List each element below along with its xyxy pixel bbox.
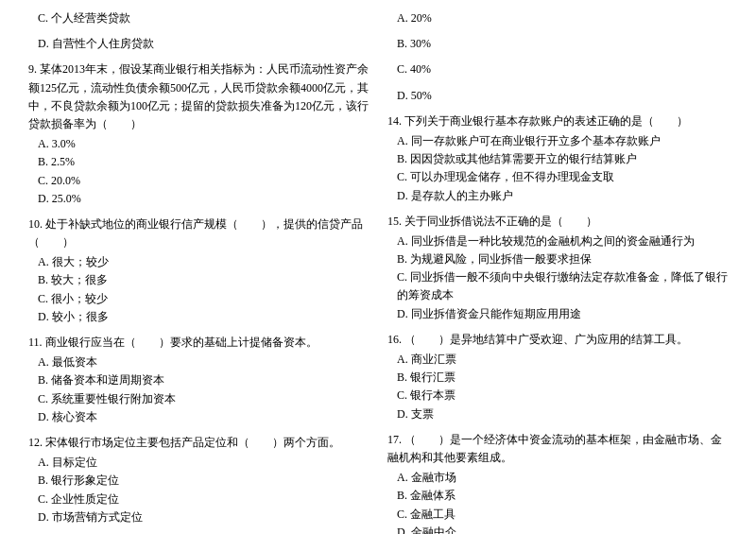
question-12-text: 12. 宋体银行市场定位主要包括产品定位和（ ）两个方面。 — [28, 434, 369, 452]
question-15-body: 关于同业拆借说法不正确的是（ ） — [404, 215, 597, 228]
q15-opt-b: B. 为规避风险，同业拆借一般要求担保 — [387, 250, 728, 268]
option-text: C. 40% — [387, 60, 728, 78]
q9-opt-a: A. 3.0% — [28, 135, 369, 153]
question-9-text: 9. 某体2013年末，假设某商业银行相关指标为：人民币流动性资产余额125亿元… — [28, 60, 369, 133]
prev-option-c: C. 个人经营类贷款 — [28, 9, 369, 27]
q12-opt-b: B. 银行形象定位 — [28, 472, 369, 490]
page-content: C. 个人经营类贷款 D. 自营性个人住房贷款 9. 某体2013年末，假设某商… — [28, 9, 728, 534]
question-17: 17. （ ）是一个经济体中资金流动的基本框架，由金融市场、金融机构和其他要素组… — [387, 431, 728, 534]
question-11-number: 11. — [28, 336, 43, 349]
q12-opt-a: A. 目标定位 — [28, 454, 369, 472]
option-text: B. 30% — [387, 35, 728, 53]
question-15-text: 15. 关于同业拆借说法不正确的是（ ） — [387, 213, 728, 231]
prev-option-d: D. 自营性个人住房贷款 — [28, 35, 369, 53]
q14-opt-a: A. 同一存款账户可在商业银行开立多个基本存款账户 — [387, 132, 728, 150]
q12-opt-c: C. 企业性质定位 — [28, 491, 369, 508]
q12-opt-d: D. 市场营销方式定位 — [28, 508, 369, 526]
question-12: 12. 宋体银行市场定位主要包括产品定位和（ ）两个方面。 A. 目标定位 B.… — [28, 434, 369, 526]
q14-opt-c: C. 可以办理现金储存，但不得办理现金支取 — [387, 168, 728, 186]
q11-opt-b: B. 储备资本和逆周期资本 — [28, 371, 369, 389]
question-9: 9. 某体2013年末，假设某商业银行相关指标为：人民币流动性资产余额125亿元… — [28, 60, 369, 208]
question-14-number: 14. — [387, 114, 402, 128]
q9-opt-c: C. 20.0% — [28, 172, 369, 190]
q11-opt-d: D. 核心资本 — [28, 408, 369, 426]
question-16-text: 16. （ ）是异地结算中广受欢迎、广为应用的结算工具。 — [387, 331, 728, 349]
question-12-number: 12. — [28, 436, 43, 449]
q10-opt-b: B. 较大；很多 — [28, 271, 369, 289]
q10-opt-d: D. 较小；很多 — [28, 308, 369, 326]
q9-opt-b: B. 2.5% — [28, 153, 369, 171]
q17-opt-d: D. 金融中介 — [387, 524, 728, 534]
question-10-body: 处于补缺式地位的商业银行信产规模（ ），提供的信贷产品（ ） — [28, 217, 363, 249]
question-17-number: 17. — [387, 433, 402, 446]
q11-opt-c: C. 系统重要性银行附加资本 — [28, 390, 369, 408]
right-column: A. 20% B. 30% C. 40% D. 50% 14. 下列关于商业银行… — [387, 9, 728, 534]
q15-opt-a: A. 同业拆借是一种比较规范的金融机构之间的资金融通行为 — [387, 233, 728, 250]
question-10-text: 10. 处于补缺式地位的商业银行信产规模（ ），提供的信贷产品（ ） — [28, 215, 369, 251]
question-14-body: 下列关于商业银行基本存款账户的表述正确的是（ ） — [404, 114, 688, 128]
question-15: 15. 关于同业拆借说法不正确的是（ ） A. 同业拆借是一种比较规范的金融机构… — [387, 213, 728, 323]
question-9-number: 9. — [28, 62, 37, 76]
q17-opt-c: C. 金融工具 — [387, 506, 728, 524]
q16-opt-a: A. 商业汇票 — [387, 351, 728, 369]
q10-opt-a: A. 很大；较少 — [28, 253, 369, 271]
question-15-number: 15. — [387, 215, 402, 228]
question-10-number: 10. — [28, 217, 43, 231]
q14-opt-b: B. 因因贷款或其他结算需要开立的银行结算账户 — [387, 150, 728, 168]
question-16-number: 16. — [387, 333, 402, 346]
q15-opt-c: C. 同业拆借一般不须向中央银行缴纳法定存款准备金，降低了银行的筹资成本 — [387, 268, 728, 304]
q11-opt-a: A. 最低资本 — [28, 353, 369, 371]
q9-opt-d: D. 25.0% — [28, 190, 369, 208]
question-16-body: （ ）是异地结算中广受欢迎、广为应用的结算工具。 — [404, 333, 688, 346]
prev-option-b: B. 30% — [387, 35, 728, 53]
question-11-body: 商业银行应当在（ ）要求的基础上计提储备资本。 — [45, 336, 318, 349]
option-text: A. 20% — [387, 9, 728, 27]
question-16: 16. （ ）是异地结算中广受欢迎、广为应用的结算工具。 A. 商业汇票 B. … — [387, 331, 728, 423]
q17-opt-a: A. 金融市场 — [387, 469, 728, 487]
question-14-text: 14. 下列关于商业银行基本存款账户的表述正确的是（ ） — [387, 112, 728, 130]
q16-opt-c: C. 银行本票 — [387, 387, 728, 405]
q16-opt-b: B. 银行汇票 — [387, 369, 728, 387]
left-column: C. 个人经营类贷款 D. 自营性个人住房贷款 9. 某体2013年末，假设某商… — [28, 9, 369, 534]
prev-option-d2: D. 50% — [387, 87, 728, 105]
question-17-text: 17. （ ）是一个经济体中资金流动的基本框架，由金融市场、金融机构和其他要素组… — [387, 431, 728, 467]
q10-opt-c: C. 很小；较少 — [28, 290, 369, 308]
prev-option-a: A. 20% — [387, 9, 728, 27]
q17-opt-b: B. 金融体系 — [387, 487, 728, 505]
question-12-body: 宋体银行市场定位主要包括产品定位和（ ）两个方面。 — [45, 436, 340, 449]
prev-option-c2: C. 40% — [387, 60, 728, 78]
q15-opt-d: D. 同业拆借资金只能作短期应用用途 — [387, 305, 728, 323]
question-9-body: 某体2013年末，假设某商业银行相关指标为：人民币流动性资产余额125亿元，流动… — [28, 62, 369, 130]
question-10: 10. 处于补缺式地位的商业银行信产规模（ ），提供的信贷产品（ ） A. 很大… — [28, 215, 369, 326]
question-11-text: 11. 商业银行应当在（ ）要求的基础上计提储备资本。 — [28, 334, 369, 352]
q14-opt-d: D. 是存款人的主办账户 — [387, 187, 728, 205]
option-text: C. 个人经营类贷款 — [28, 9, 369, 27]
q16-opt-d: D. 支票 — [387, 405, 728, 423]
option-text: D. 50% — [387, 87, 728, 105]
question-17-body: （ ）是一个经济体中资金流动的基本框架，由金融市场、金融机构和其他要素组成。 — [387, 433, 722, 464]
option-text: D. 自营性个人住房贷款 — [28, 35, 369, 53]
question-14: 14. 下列关于商业银行基本存款账户的表述正确的是（ ） A. 同一存款账户可在… — [387, 112, 728, 205]
question-11: 11. 商业银行应当在（ ）要求的基础上计提储备资本。 A. 最低资本 B. 储… — [28, 334, 369, 426]
